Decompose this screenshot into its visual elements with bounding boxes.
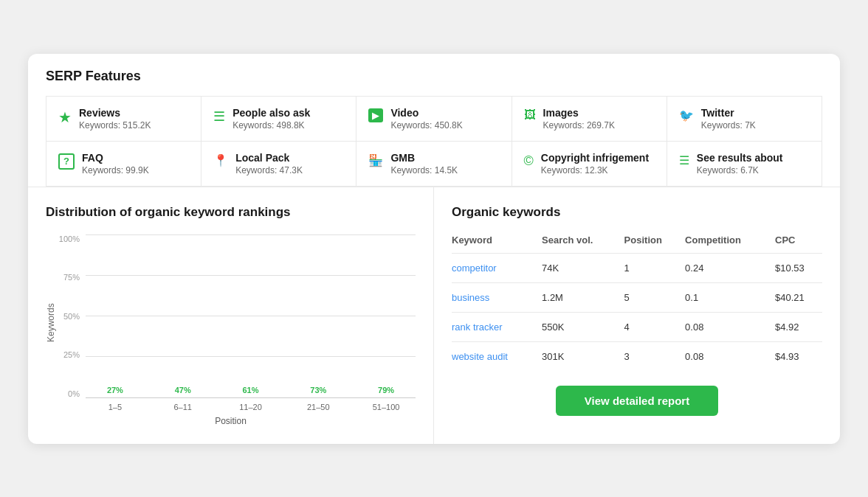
competition-cell: 0.08 [685,341,775,371]
chart-area: Keywords 100% 75% 50% 25% 0% [46,234,416,426]
grid-line-50 [86,316,416,316]
distribution-title: Distribution of organic keyword rankings [46,205,416,220]
faq-icon: ? [58,153,75,170]
serp-feature-name: Images [543,107,615,119]
serp-feature-name: FAQ [82,152,149,164]
serp-item-faq: ? FAQ Keywords: 99.9K [46,142,202,187]
competition-cell: 0.08 [685,312,775,341]
y-ticks: 100% 75% 50% 25% 0% [59,234,86,398]
serp-feature-name: Copyright infrigement [541,152,649,164]
bar-label: 73% [310,386,326,395]
local-pack-icon: 📍 [213,153,228,167]
bar-col: 27% [86,386,145,397]
serp-item-local-pack: 📍 Local Pack Keywords: 47.3K [202,142,356,187]
cpc-cell: $40.21 [775,282,822,312]
search-vol-cell: 301K [542,341,624,371]
x-labels: 1–56–1111–2021–5051–100 [86,403,416,411]
organic-keywords-title: Organic keywords [452,205,822,220]
bottom-panels: Distribution of organic keyword rankings… [28,187,840,444]
bars-area: 27%47%61%73%79% [86,234,416,398]
organic-table: Keyword Search vol. Position Competition… [452,234,822,371]
position-cell: 5 [624,282,685,312]
bar-label: 79% [378,386,394,395]
serp-feature-name: People also ask [232,107,310,119]
serp-title: SERP Features [46,69,822,84]
serp-feature-name: Reviews [79,107,151,119]
video-icon: ▶ [368,108,383,122]
serp-feature-keywords: Keywords: 47.3K [235,165,303,175]
serp-feature-keywords: Keywords: 269.7K [543,120,615,131]
table-row: rank tracker550K40.08$4.92 [452,312,822,341]
x-axis-title: Position [46,416,416,426]
keyword-cell[interactable]: website audit [452,341,542,371]
serp-feature-keywords: Keywords: 12.3K [541,165,649,175]
serp-section: SERP Features ★ Reviews Keywords: 515.2K… [28,54,840,187]
serp-feature-keywords: Keywords: 99.9K [82,165,149,175]
keyword-cell[interactable]: business [452,282,542,312]
serp-feature-keywords: Keywords: 7K [701,120,756,131]
bar-label: 61% [242,386,258,395]
serp-feature-name: See results about [697,152,783,164]
table-row: website audit301K30.08$4.93 [452,341,822,371]
distribution-panel: Distribution of organic keyword rankings… [28,187,434,444]
bar-col: 47% [154,386,213,397]
col-keyword: Keyword [452,234,542,254]
serp-item-people-also-ask: ☰ People also ask Keywords: 498.8K [202,97,356,142]
view-report-button[interactable]: View detailed report [556,386,718,416]
bar-col: 73% [289,386,348,397]
serp-item-reviews: ★ Reviews Keywords: 515.2K [46,97,202,142]
position-cell: 4 [624,312,685,341]
x-label: 6–11 [154,403,213,411]
cpc-cell: $10.53 [775,253,822,282]
x-label: 1–5 [86,403,145,411]
organic-keywords-panel: Organic keywords Keyword Search vol. Pos… [434,187,840,444]
chart-grid: 100% 75% 50% 25% 0% 27%47%61%73%79% [59,234,416,398]
x-label: 51–100 [356,403,416,411]
search-vol-cell: 550K [542,312,624,341]
y-axis-label: Keywords [46,234,56,411]
images-icon: 🖼 [524,108,536,122]
bar-label: 27% [107,386,123,395]
competition-cell: 0.1 [685,282,775,312]
serp-feature-name: GMB [390,152,458,164]
bar-col: 61% [221,386,280,397]
serp-item-gmb: 🏪 GMB Keywords: 14.5K [356,142,512,187]
chart-inner: Keywords 100% 75% 50% 25% 0% [46,234,416,411]
twitter-icon: 🐦 [679,108,694,122]
serp-feature-keywords: Keywords: 14.5K [390,165,458,175]
serp-item-copyright: © Copyright infrigement Keywords: 12.3K [512,142,667,187]
bar-label: 47% [175,386,191,395]
col-position: Position [624,234,685,254]
serp-feature-name: Video [390,107,462,119]
main-container: SERP Features ★ Reviews Keywords: 515.2K… [28,54,840,444]
keyword-cell[interactable]: rank tracker [452,312,542,341]
reviews-icon: ★ [58,108,72,126]
col-cpc: CPC [775,234,822,254]
position-cell: 3 [624,341,685,371]
chart-body: 100% 75% 50% 25% 0% 27%47%61%73%79% [59,234,416,411]
cpc-cell: $4.92 [775,312,822,341]
serp-feature-keywords: Keywords: 6.7K [697,165,783,175]
serp-item-images: 🖼 Images Keywords: 269.7K [512,97,667,142]
x-label: 21–50 [289,403,348,411]
serp-item-video: ▶ Video Keywords: 450.8K [356,97,512,142]
col-search-vol: Search vol. [542,234,624,254]
gmb-icon: 🏪 [368,153,383,167]
bar-col: 79% [356,386,416,397]
serp-feature-keywords: Keywords: 450.8K [390,120,462,131]
people-also-ask-icon: ☰ [213,108,225,125]
table-row: competitor74K10.24$10.53 [452,253,822,282]
table-header-row: Keyword Search vol. Position Competition… [452,234,822,254]
competition-cell: 0.24 [685,253,775,282]
serp-item-twitter: 🐦 Twitter Keywords: 7K [667,97,822,142]
serp-feature-name: Twitter [701,107,756,119]
serp-feature-name: Local Pack [235,152,303,164]
serp-item-see-results: ☰ See results about Keywords: 6.7K [667,142,822,187]
grid-line-75 [86,356,416,357]
cpc-cell: $4.93 [775,341,822,371]
keyword-cell[interactable]: competitor [452,253,542,282]
search-vol-cell: 74K [542,253,624,282]
serp-feature-keywords: Keywords: 515.2K [79,120,151,131]
see-results-icon: ☰ [679,153,689,167]
position-cell: 1 [624,253,685,282]
